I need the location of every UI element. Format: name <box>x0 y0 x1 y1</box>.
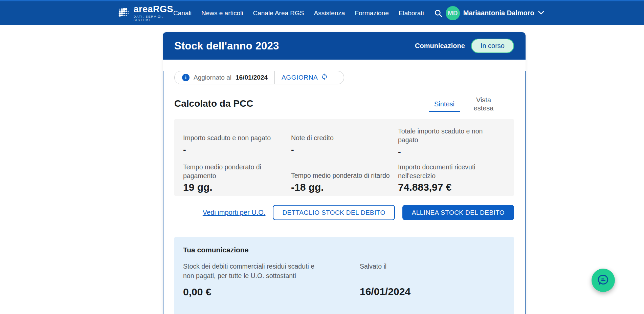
updated-at-label: Aggiornato al <box>194 74 231 81</box>
search-icon[interactable] <box>434 9 443 18</box>
salvato-il-value: 16/01/2024 <box>360 286 505 297</box>
brand-dots-icon <box>118 7 130 19</box>
nav-item-canali[interactable]: Canali <box>173 9 192 17</box>
stat-note-di-credito: Note di credito - <box>291 127 398 157</box>
page: areaRGS DATI, SERVIZI, SISTEMI. Canali N… <box>0 0 644 314</box>
content-left-divider <box>153 25 153 314</box>
allinea-stock-button[interactable]: ALLINEA STOCK DEL DEBITO <box>402 205 514 220</box>
vedi-importi-link[interactable]: Vedi importi per U.O. <box>203 209 266 216</box>
stock-actions-row: Vedi importi per U.O. DETTAGLIO STOCK DE… <box>174 205 514 220</box>
stock-card-header: Stock dell'anno 2023 Comunicazione In co… <box>163 32 526 60</box>
stock-card-body: i Aggiornato al 16/01/2024 AGGIORNA Calc… <box>163 71 526 314</box>
tab-sintesi[interactable]: Sintesi <box>425 96 464 112</box>
nav-item-canale-area-rgs[interactable]: Canale Area RGS <box>253 9 304 17</box>
update-info-bar: i Aggiornato al 16/01/2024 AGGIORNA <box>174 71 344 84</box>
refresh-button-label: AGGIORNA <box>282 74 318 81</box>
stock-debiti-label: Stock dei debiti commerciali residui sca… <box>183 261 325 281</box>
tab-vista-estesa[interactable]: Vista estesa <box>464 96 503 112</box>
user-name: Mariaantonia Dalmoro <box>463 9 534 17</box>
dettaglio-stock-button[interactable]: DETTAGLIO STOCK DEL DEBITO <box>273 205 395 220</box>
section-title: Calcolato da PCC <box>174 98 253 109</box>
top-navbar: areaRGS DATI, SERVIZI, SISTEMI. Canali N… <box>0 0 644 25</box>
chat-bubble-icon <box>597 273 610 288</box>
stat-importo-documenti-ricevuti: Importo documenti ricevuti nell'esercizi… <box>398 163 505 193</box>
stat-importo-scaduto: Importo scaduto e non pagato - <box>183 127 291 157</box>
page-title: Stock dell'anno 2023 <box>174 40 279 52</box>
brand-tagline: DATI, SERVIZI, SISTEMI. <box>134 15 174 22</box>
info-icon: i <box>182 74 190 81</box>
stat-tempo-medio-pagamento: Tempo medio ponderato di pagamento 19 gg… <box>183 163 291 193</box>
chevron-down-icon <box>538 10 545 16</box>
stock-debiti-value: 0,00 € <box>183 286 360 298</box>
stat-tempo-medio-ritardo: Tempo medio ponderato di ritardo -18 gg. <box>291 163 398 193</box>
communication-label: Comunicazione <box>415 42 465 50</box>
user-menu[interactable]: MD Mariaantonia Dalmoro <box>446 6 545 20</box>
nav-item-news[interactable]: News e articoli <box>201 9 243 17</box>
chat-fab-button[interactable] <box>592 269 615 292</box>
nav-item-assistenza[interactable]: Assistenza <box>314 9 345 17</box>
refresh-icon <box>321 73 328 82</box>
status-badge[interactable]: In corso <box>471 39 514 53</box>
updated-at-date: 16/01/2024 <box>236 74 268 81</box>
nav-item-elaborati[interactable]: Elaborati <box>399 9 424 17</box>
refresh-button[interactable]: AGGIORNA <box>274 71 335 84</box>
stock-card: Stock dell'anno 2023 Comunicazione In co… <box>163 32 526 314</box>
brand-logo[interactable]: areaRGS DATI, SERVIZI, SISTEMI. <box>118 4 174 21</box>
pcc-stats-panel: Importo scaduto e non pagato - Note di c… <box>174 119 514 196</box>
nav-item-formazione[interactable]: Formazione <box>355 9 388 17</box>
view-tabs: Sintesi Vista estesa <box>425 96 503 112</box>
salvato-il-label: Salvato il <box>360 261 502 271</box>
communication-panel: Tua comunicazione Stock dei debiti comme… <box>174 237 514 314</box>
main-menu: Canali News e articoli Canale Area RGS A… <box>173 6 545 20</box>
stat-totale-importo-scaduto: Totale importo scaduto e non pagato - <box>398 127 505 157</box>
section-header: Calcolato da PCC Sintesi Vista estesa <box>174 95 514 112</box>
communication-title: Tua comunicazione <box>183 246 505 254</box>
avatar: MD <box>446 6 460 20</box>
brand-name: areaRGS <box>134 4 174 14</box>
